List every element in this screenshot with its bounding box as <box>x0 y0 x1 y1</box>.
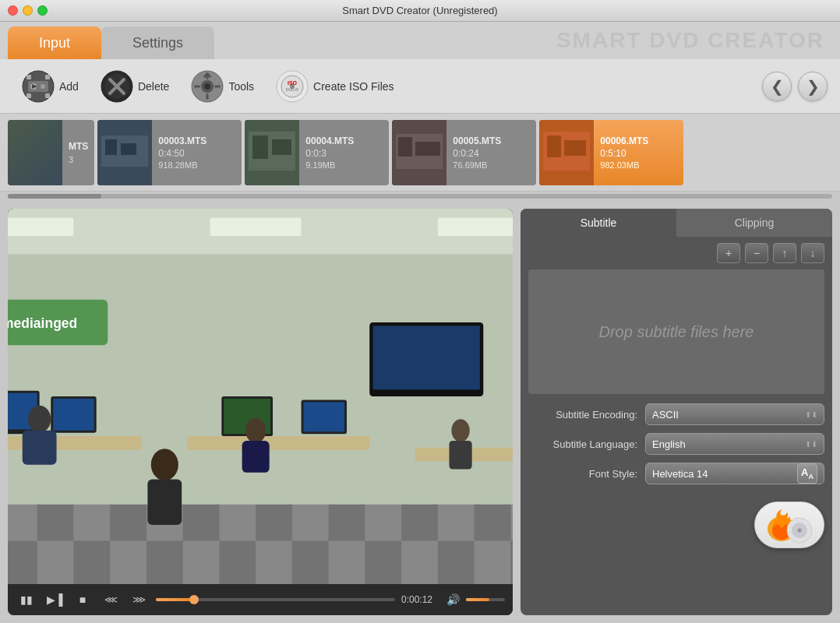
progress-thumb <box>189 595 199 604</box>
next-frame-button[interactable]: ▶▐ <box>44 589 65 611</box>
language-label: Subtitle Language: <box>528 438 637 450</box>
tab-input[interactable]: Input <box>8 26 101 59</box>
film-name-3: 00004.MTS <box>305 136 383 146</box>
svg-point-83 <box>28 406 51 433</box>
subtitle-controls: + − ↑ ↓ <box>521 237 832 269</box>
maximize-button[interactable] <box>37 5 48 16</box>
svg-rect-51 <box>37 505 74 541</box>
pause-button[interactable]: ▮▮ <box>16 589 37 611</box>
content-area: mediainged <box>0 201 840 623</box>
film-info-1: MTS 3 <box>62 120 94 185</box>
minimize-button[interactable] <box>23 5 33 16</box>
encoding-value: ASCII <box>652 409 679 421</box>
film-item-1[interactable]: MTS 3 <box>8 120 94 185</box>
film-thumb-2 <box>97 120 152 185</box>
film-duration-3: 0:0:3 <box>305 148 383 159</box>
video-display: mediainged <box>8 209 513 584</box>
brand-text: SMART DVD CREATOR <box>556 28 824 53</box>
burn-area <box>521 494 832 556</box>
svg-rect-18 <box>194 85 200 87</box>
fast-forward-button[interactable]: ⋙ <box>128 589 150 611</box>
svg-rect-30 <box>121 143 136 155</box>
svg-point-15 <box>204 83 210 90</box>
volume-bar[interactable] <box>466 598 505 601</box>
film-item-3[interactable]: 00004.MTS 0:0:3 9.19MB <box>245 120 389 185</box>
volume-icon[interactable]: 🔊 <box>446 593 460 606</box>
subtitle-drop-zone[interactable]: Drop subtitle files here <box>528 269 824 394</box>
scrollbar-track <box>8 194 832 199</box>
svg-rect-61 <box>73 540 110 584</box>
svg-rect-54 <box>256 505 292 541</box>
svg-rect-19 <box>214 85 221 87</box>
delete-label: Delete <box>138 80 169 93</box>
tab-settings[interactable]: Settings <box>101 26 214 59</box>
svg-rect-64 <box>292 540 329 584</box>
volume-fill <box>466 598 489 601</box>
prev-button[interactable]: ❮ <box>762 72 792 101</box>
nav-buttons: ❮ ❯ <box>762 72 828 101</box>
svg-text:ISO: ISO <box>288 80 298 86</box>
svg-rect-63 <box>219 540 256 584</box>
svg-rect-67 <box>510 540 513 584</box>
add-subtitle-button[interactable]: + <box>717 243 740 263</box>
tools-button[interactable]: Tools <box>182 65 263 107</box>
add-icon <box>22 70 55 103</box>
filmstrip-scrollbar[interactable] <box>0 192 840 201</box>
encoding-select[interactable]: ASCII ⬆⬇ <box>645 403 824 425</box>
progress-bar[interactable] <box>156 598 395 601</box>
panel-tabs: Subtitle Clipping <box>521 209 832 237</box>
language-select[interactable]: English ⬆⬇ <box>645 433 824 455</box>
next-button[interactable]: ❯ <box>798 72 828 101</box>
remove-subtitle-button[interactable]: − <box>745 243 768 263</box>
settings-area: Subtitle Encoding: ASCII ⬆⬇ Subtitle Lan… <box>521 394 832 494</box>
delete-button[interactable]: Delete <box>91 65 178 107</box>
tab-bar: Input Settings SMART DVD CREATOR <box>0 22 840 59</box>
stop-button[interactable]: ■ <box>72 589 94 611</box>
font-row: Font Style: Helvetica 14 AA <box>528 463 824 484</box>
add-label: Add <box>59 80 79 93</box>
delete-icon <box>101 70 133 103</box>
film-name-5: 00006.MTS <box>600 136 677 146</box>
svg-rect-88 <box>147 480 182 525</box>
film-item-2[interactable]: 00003.MTS 0:4:50 918.28MB <box>97 120 242 185</box>
encoding-label: Subtitle Encoding: <box>528 409 637 421</box>
rewind-button[interactable]: ⋘ <box>100 589 122 611</box>
film-size-3: 9.19MB <box>305 160 383 170</box>
filmstrip: MTS 3 00003.MTS 0:4:50 918.28MB <box>0 114 840 192</box>
film-size-1: 3 <box>69 155 88 164</box>
font-aa-icon[interactable]: AA <box>797 463 817 484</box>
svg-rect-1 <box>26 75 31 79</box>
film-thumb-4 <box>392 120 446 185</box>
tab-subtitle[interactable]: Subtitle <box>521 209 676 237</box>
film-thumb-5 <box>539 120 594 185</box>
svg-rect-80 <box>304 402 345 431</box>
svg-point-89 <box>451 419 469 442</box>
font-style-button[interactable]: Helvetica 14 AA <box>645 463 824 484</box>
tools-label: Tools <box>228 80 254 93</box>
film-name-2: 00003.MTS <box>158 136 235 146</box>
tools-icon <box>191 70 224 103</box>
svg-text:mediainged: mediainged <box>8 315 77 331</box>
create-iso-label: Create ISO Files <box>313 80 394 93</box>
move-up-button[interactable]: ↑ <box>773 243 796 263</box>
move-down-button[interactable]: ↓ <box>801 243 824 263</box>
window-title: Smart DVD Creator (Unregistered) <box>342 5 497 16</box>
svg-rect-3 <box>26 93 31 98</box>
svg-rect-37 <box>398 137 412 157</box>
add-button[interactable]: Add <box>12 65 88 107</box>
close-button[interactable] <box>8 5 18 16</box>
create-iso-button[interactable]: ISO DVD-R Create ISO Files <box>266 65 403 107</box>
film-thumb-1 <box>8 120 62 185</box>
film-duration-5: 0:5:10 <box>600 148 677 159</box>
tab-clipping[interactable]: Clipping <box>676 209 832 237</box>
svg-point-8 <box>41 84 45 89</box>
svg-rect-41 <box>547 136 561 157</box>
scrollbar-thumb[interactable] <box>8 194 101 199</box>
film-item-4[interactable]: 00005.MTS 0:0:24 76.69MB <box>392 120 536 185</box>
film-item-5[interactable]: 00006.MTS 0:5:10 982.03MB <box>539 120 683 185</box>
svg-rect-55 <box>329 505 365 541</box>
video-frame: mediainged <box>8 209 513 584</box>
burn-icon <box>762 505 817 544</box>
svg-point-87 <box>151 449 178 480</box>
burn-button[interactable] <box>754 502 824 548</box>
